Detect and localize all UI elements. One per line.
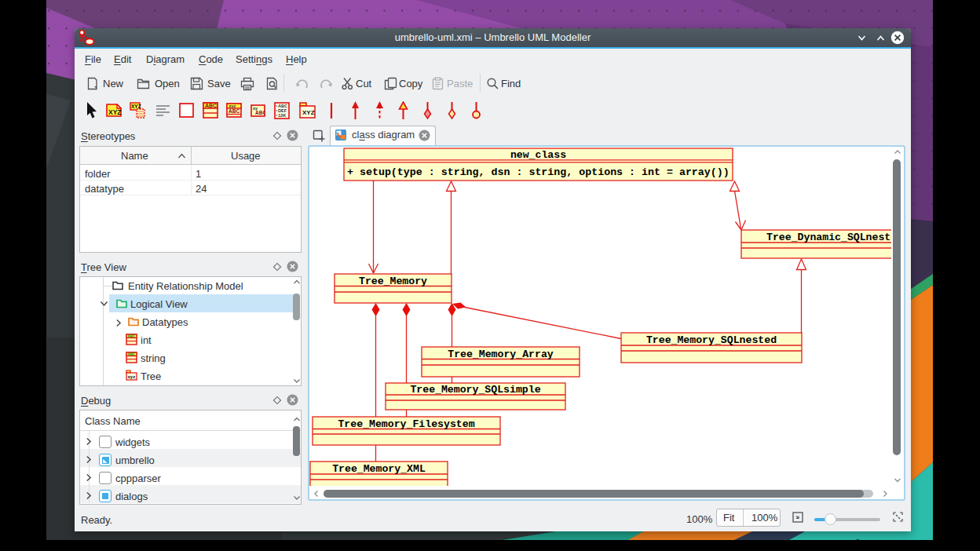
svg-text:ABC: ABC <box>205 103 217 108</box>
svg-text:Tree_Memory_XML: Tree_Memory_XML <box>332 463 426 475</box>
svg-text:new_class: new_class <box>510 149 566 161</box>
svg-text:Tree_Memory: Tree_Memory <box>359 276 427 287</box>
svg-text:ABC: ABC <box>128 352 136 356</box>
svg-text:Tree_Memory_SQLnested: Tree_Memory_SQLnested <box>646 334 777 346</box>
svg-text:Tree_Dynamic_SQLnested: Tree_Dynamic_SQLnested <box>766 232 891 243</box>
svg-text:XYZ: XYZ <box>108 108 122 116</box>
svg-text:xyz: xyz <box>128 374 136 379</box>
svg-text:+ setup(type : string, dsn : s: + setup(type : string, dsn : string, opt… <box>347 166 730 178</box>
svg-text:ABC: ABC <box>128 334 136 338</box>
svg-text:12K: 12K <box>278 113 286 118</box>
svg-text:XYZ: XYZ <box>131 104 141 109</box>
svg-text:Tree_Memory_SQLsimple: Tree_Memory_SQLsimple <box>410 384 540 396</box>
svg-text:ABC: ABC <box>229 108 240 114</box>
svg-text:Tree_Memory_Filesystem: Tree_Memory_Filesystem <box>338 418 474 430</box>
svg-text:ABC: ABC <box>255 110 265 115</box>
svg-text:XYZ: XYZ <box>302 109 315 116</box>
svg-text:Tree_Memory_Array: Tree_Memory_Array <box>448 348 554 360</box>
